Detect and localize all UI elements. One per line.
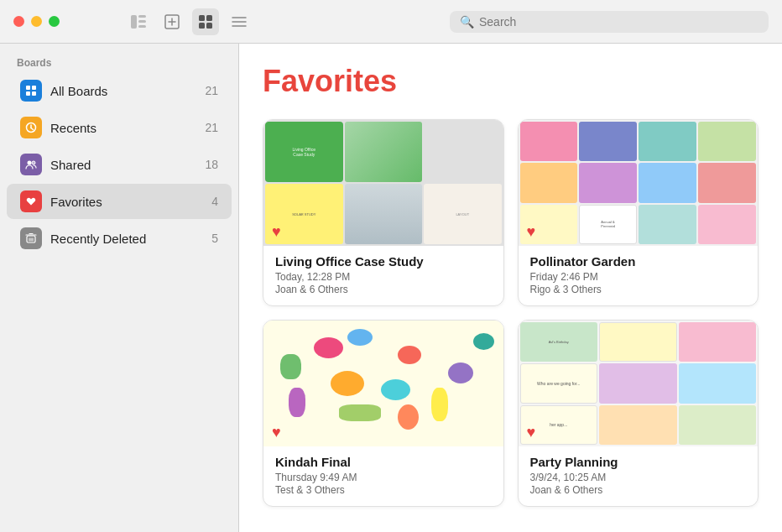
minimize-button[interactable] <box>31 16 42 27</box>
svg-rect-8 <box>206 15 212 21</box>
svg-rect-1 <box>138 15 146 18</box>
board-name-kindah: Kindah Final <box>275 455 492 469</box>
sidebar-item-recently-deleted[interactable]: Recently Deleted 5 <box>7 221 232 256</box>
titlebar: 🔍 <box>0 0 782 44</box>
board-info-party: Party Planning 3/9/24, 10:25 AM Joan & 6… <box>519 446 759 506</box>
board-date-party: 3/9/24, 10:25 AM <box>530 472 747 483</box>
new-board-icon[interactable] <box>159 8 185 35</box>
grid-view-icon[interactable] <box>192 8 219 35</box>
sidebar-item-favorites[interactable]: Favorites 4 <box>7 184 232 219</box>
board-date-kindah: Thursday 9:49 AM <box>275 472 492 483</box>
board-members-party: Joan & 6 Others <box>530 484 747 496</box>
svg-line-20 <box>31 128 34 130</box>
all-boards-icon <box>20 80 42 102</box>
content-area: Favorites Living OfficeCase Study SOLAR … <box>239 44 782 532</box>
board-card-kindah[interactable]: ♥ Kindah Final Thursday 9:49 AM Test & 3… <box>263 320 504 507</box>
sidebar-item-recents[interactable]: Recents 21 <box>7 110 232 145</box>
page-title: Favorites <box>263 64 759 99</box>
recents-count: 21 <box>205 121 218 134</box>
board-thumbnail-pollinator: Annual &Perennial ♥ <box>519 120 759 246</box>
heart-icon-2: ♥ <box>527 224 536 239</box>
board-members-pollinator: Rigo & 3 Others <box>530 284 747 295</box>
favorites-label: Favorites <box>50 195 203 209</box>
svg-rect-3 <box>138 25 146 28</box>
board-name-party: Party Planning <box>530 455 747 469</box>
board-thumbnail-party: Avl's Birthday Who are we going for... h… <box>519 321 759 446</box>
toolbar-center <box>125 8 253 35</box>
main-layout: Boards All Boards 21 <box>0 44 782 532</box>
shared-label: Shared <box>50 158 196 172</box>
list-view-icon[interactable] <box>226 8 253 35</box>
svg-rect-2 <box>138 20 146 23</box>
recents-icon <box>20 117 42 138</box>
all-boards-label: All Boards <box>50 84 196 98</box>
sidebar-toggle-icon[interactable] <box>125 8 152 35</box>
svg-rect-17 <box>32 91 36 96</box>
thumbnail-collage-4: Avl's Birthday Who are we going for... h… <box>519 321 759 446</box>
all-boards-count: 21 <box>205 84 218 97</box>
boards-grid: Living OfficeCase Study SOLAR STUDY LAYO… <box>263 119 759 507</box>
svg-rect-16 <box>26 91 30 96</box>
board-members-kindah: Test & 3 Others <box>275 484 492 496</box>
search-icon: 🔍 <box>460 15 474 29</box>
board-card-party[interactable]: Avl's Birthday Who are we going for... h… <box>518 320 759 507</box>
heart-icon-1: ♥ <box>272 224 281 239</box>
sidebar-section-label: Boards <box>0 57 238 69</box>
svg-rect-7 <box>199 15 205 21</box>
sidebar: Boards All Boards 21 <box>0 44 239 532</box>
search-bar[interactable]: 🔍 <box>450 11 769 33</box>
search-input[interactable] <box>479 15 759 29</box>
board-name-pollinator: Pollinator Garden <box>530 254 747 269</box>
recently-deleted-count: 5 <box>211 232 218 245</box>
shared-icon <box>20 154 42 175</box>
svg-rect-15 <box>32 86 36 90</box>
board-card-pollinator[interactable]: Annual &Perennial ♥ Pollinator Garden Fr… <box>518 119 759 306</box>
shared-count: 18 <box>205 158 218 171</box>
svg-rect-9 <box>199 23 205 29</box>
board-thumbnail-kindah: ♥ <box>263 321 503 446</box>
trash-icon <box>20 227 42 249</box>
heart-icon-4: ♥ <box>527 425 536 440</box>
board-date-living-office: Today, 12:28 PM <box>275 271 492 283</box>
svg-point-22 <box>32 161 35 164</box>
svg-rect-0 <box>131 15 137 29</box>
maximize-button[interactable] <box>49 16 60 27</box>
favorites-icon <box>20 190 42 212</box>
recents-label: Recents <box>50 121 196 135</box>
board-thumbnail-living-office: Living OfficeCase Study SOLAR STUDY LAYO… <box>263 120 503 246</box>
board-info-pollinator: Pollinator Garden Friday 2:46 PM Rigo & … <box>519 246 759 305</box>
thumbnail-collage-2: Annual &Perennial <box>519 120 759 246</box>
thumbnail-collage-1: Living OfficeCase Study SOLAR STUDY LAYO… <box>263 120 503 246</box>
board-date-pollinator: Friday 2:46 PM <box>530 271 747 283</box>
sidebar-item-shared[interactable]: Shared 18 <box>7 147 232 182</box>
close-button[interactable] <box>13 16 24 27</box>
sidebar-item-all-boards[interactable]: All Boards 21 <box>7 73 232 108</box>
svg-rect-10 <box>206 23 212 29</box>
board-members-living-office: Joan & 6 Others <box>275 284 492 295</box>
board-name-living-office: Living Office Case Study <box>275 254 492 269</box>
svg-rect-14 <box>26 86 30 90</box>
heart-icon-3: ♥ <box>272 425 281 440</box>
window-controls <box>13 16 60 27</box>
board-card-living-office[interactable]: Living OfficeCase Study SOLAR STUDY LAYO… <box>263 119 504 306</box>
favorites-count: 4 <box>211 195 218 208</box>
board-info-living-office: Living Office Case Study Today, 12:28 PM… <box>263 246 503 305</box>
recently-deleted-label: Recently Deleted <box>50 232 203 246</box>
svg-point-21 <box>28 161 32 165</box>
board-info-kindah: Kindah Final Thursday 9:49 AM Test & 3 O… <box>263 446 503 506</box>
